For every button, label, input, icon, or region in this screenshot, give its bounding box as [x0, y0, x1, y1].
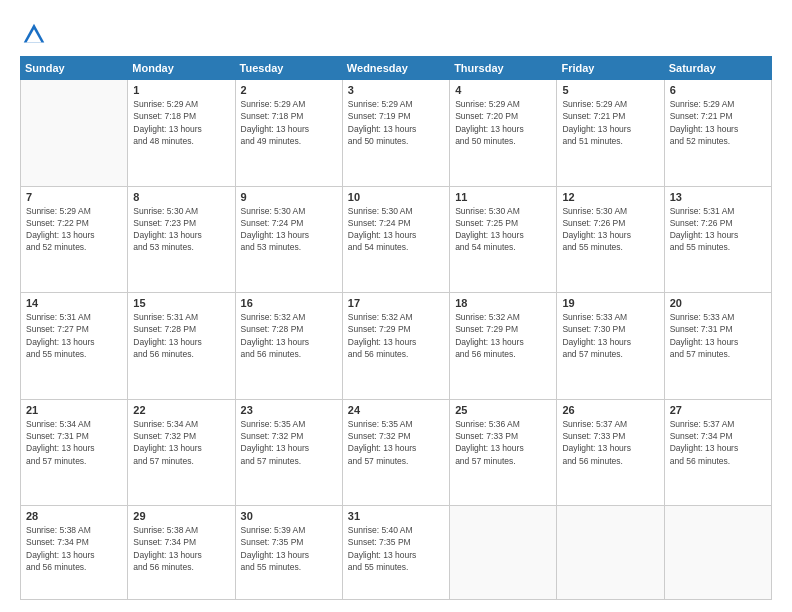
- calendar-cell: 31Sunrise: 5:40 AM Sunset: 7:35 PM Dayli…: [342, 506, 449, 600]
- day-number: 18: [455, 297, 551, 309]
- calendar-cell: 23Sunrise: 5:35 AM Sunset: 7:32 PM Dayli…: [235, 399, 342, 506]
- calendar-cell: 19Sunrise: 5:33 AM Sunset: 7:30 PM Dayli…: [557, 293, 664, 400]
- week-row-4: 21Sunrise: 5:34 AM Sunset: 7:31 PM Dayli…: [21, 399, 772, 506]
- calendar-cell: 4Sunrise: 5:29 AM Sunset: 7:20 PM Daylig…: [450, 80, 557, 187]
- day-info: Sunrise: 5:30 AM Sunset: 7:24 PM Dayligh…: [348, 205, 444, 254]
- calendar-table: SundayMondayTuesdayWednesdayThursdayFrid…: [20, 56, 772, 600]
- day-number: 17: [348, 297, 444, 309]
- day-info: Sunrise: 5:29 AM Sunset: 7:21 PM Dayligh…: [562, 98, 658, 147]
- day-number: 7: [26, 191, 122, 203]
- day-info: Sunrise: 5:30 AM Sunset: 7:26 PM Dayligh…: [562, 205, 658, 254]
- calendar-cell: 12Sunrise: 5:30 AM Sunset: 7:26 PM Dayli…: [557, 186, 664, 293]
- day-info: Sunrise: 5:36 AM Sunset: 7:33 PM Dayligh…: [455, 418, 551, 467]
- day-number: 26: [562, 404, 658, 416]
- calendar-cell: 7Sunrise: 5:29 AM Sunset: 7:22 PM Daylig…: [21, 186, 128, 293]
- weekday-header-wednesday: Wednesday: [342, 57, 449, 80]
- logo-icon: [20, 20, 48, 48]
- calendar-cell: 16Sunrise: 5:32 AM Sunset: 7:28 PM Dayli…: [235, 293, 342, 400]
- calendar-cell: 22Sunrise: 5:34 AM Sunset: 7:32 PM Dayli…: [128, 399, 235, 506]
- day-info: Sunrise: 5:40 AM Sunset: 7:35 PM Dayligh…: [348, 524, 444, 573]
- week-row-2: 7Sunrise: 5:29 AM Sunset: 7:22 PM Daylig…: [21, 186, 772, 293]
- calendar-cell: [664, 506, 771, 600]
- day-info: Sunrise: 5:32 AM Sunset: 7:29 PM Dayligh…: [348, 311, 444, 360]
- day-info: Sunrise: 5:33 AM Sunset: 7:31 PM Dayligh…: [670, 311, 766, 360]
- day-number: 15: [133, 297, 229, 309]
- day-number: 3: [348, 84, 444, 96]
- day-number: 20: [670, 297, 766, 309]
- calendar-cell: 14Sunrise: 5:31 AM Sunset: 7:27 PM Dayli…: [21, 293, 128, 400]
- calendar-cell: 3Sunrise: 5:29 AM Sunset: 7:19 PM Daylig…: [342, 80, 449, 187]
- calendar-cell: 20Sunrise: 5:33 AM Sunset: 7:31 PM Dayli…: [664, 293, 771, 400]
- calendar-cell: 10Sunrise: 5:30 AM Sunset: 7:24 PM Dayli…: [342, 186, 449, 293]
- day-number: 21: [26, 404, 122, 416]
- day-number: 11: [455, 191, 551, 203]
- calendar-cell: 26Sunrise: 5:37 AM Sunset: 7:33 PM Dayli…: [557, 399, 664, 506]
- day-info: Sunrise: 5:38 AM Sunset: 7:34 PM Dayligh…: [26, 524, 122, 573]
- day-info: Sunrise: 5:37 AM Sunset: 7:34 PM Dayligh…: [670, 418, 766, 467]
- calendar-cell: 6Sunrise: 5:29 AM Sunset: 7:21 PM Daylig…: [664, 80, 771, 187]
- day-info: Sunrise: 5:29 AM Sunset: 7:18 PM Dayligh…: [241, 98, 337, 147]
- calendar-cell: [21, 80, 128, 187]
- day-info: Sunrise: 5:39 AM Sunset: 7:35 PM Dayligh…: [241, 524, 337, 573]
- calendar-cell: 5Sunrise: 5:29 AM Sunset: 7:21 PM Daylig…: [557, 80, 664, 187]
- day-number: 23: [241, 404, 337, 416]
- day-number: 5: [562, 84, 658, 96]
- calendar-cell: 30Sunrise: 5:39 AM Sunset: 7:35 PM Dayli…: [235, 506, 342, 600]
- weekday-header-row: SundayMondayTuesdayWednesdayThursdayFrid…: [21, 57, 772, 80]
- weekday-header-tuesday: Tuesday: [235, 57, 342, 80]
- logo: [20, 20, 52, 48]
- day-info: Sunrise: 5:32 AM Sunset: 7:28 PM Dayligh…: [241, 311, 337, 360]
- calendar-cell: 11Sunrise: 5:30 AM Sunset: 7:25 PM Dayli…: [450, 186, 557, 293]
- day-info: Sunrise: 5:29 AM Sunset: 7:21 PM Dayligh…: [670, 98, 766, 147]
- day-info: Sunrise: 5:34 AM Sunset: 7:31 PM Dayligh…: [26, 418, 122, 467]
- weekday-header-monday: Monday: [128, 57, 235, 80]
- day-info: Sunrise: 5:31 AM Sunset: 7:28 PM Dayligh…: [133, 311, 229, 360]
- day-number: 8: [133, 191, 229, 203]
- day-number: 16: [241, 297, 337, 309]
- day-info: Sunrise: 5:30 AM Sunset: 7:25 PM Dayligh…: [455, 205, 551, 254]
- header: [20, 16, 772, 48]
- calendar-cell: 27Sunrise: 5:37 AM Sunset: 7:34 PM Dayli…: [664, 399, 771, 506]
- day-info: Sunrise: 5:30 AM Sunset: 7:24 PM Dayligh…: [241, 205, 337, 254]
- calendar-cell: 25Sunrise: 5:36 AM Sunset: 7:33 PM Dayli…: [450, 399, 557, 506]
- calendar-cell: 28Sunrise: 5:38 AM Sunset: 7:34 PM Dayli…: [21, 506, 128, 600]
- day-number: 24: [348, 404, 444, 416]
- week-row-3: 14Sunrise: 5:31 AM Sunset: 7:27 PM Dayli…: [21, 293, 772, 400]
- week-row-1: 1Sunrise: 5:29 AM Sunset: 7:18 PM Daylig…: [21, 80, 772, 187]
- calendar-cell: 17Sunrise: 5:32 AM Sunset: 7:29 PM Dayli…: [342, 293, 449, 400]
- calendar-cell: [557, 506, 664, 600]
- day-number: 28: [26, 510, 122, 522]
- day-info: Sunrise: 5:38 AM Sunset: 7:34 PM Dayligh…: [133, 524, 229, 573]
- day-number: 1: [133, 84, 229, 96]
- week-row-5: 28Sunrise: 5:38 AM Sunset: 7:34 PM Dayli…: [21, 506, 772, 600]
- day-info: Sunrise: 5:32 AM Sunset: 7:29 PM Dayligh…: [455, 311, 551, 360]
- day-number: 22: [133, 404, 229, 416]
- day-info: Sunrise: 5:34 AM Sunset: 7:32 PM Dayligh…: [133, 418, 229, 467]
- day-number: 31: [348, 510, 444, 522]
- day-number: 27: [670, 404, 766, 416]
- day-info: Sunrise: 5:35 AM Sunset: 7:32 PM Dayligh…: [348, 418, 444, 467]
- day-number: 12: [562, 191, 658, 203]
- day-number: 29: [133, 510, 229, 522]
- weekday-header-sunday: Sunday: [21, 57, 128, 80]
- day-info: Sunrise: 5:29 AM Sunset: 7:19 PM Dayligh…: [348, 98, 444, 147]
- day-number: 30: [241, 510, 337, 522]
- weekday-header-friday: Friday: [557, 57, 664, 80]
- calendar-cell: 21Sunrise: 5:34 AM Sunset: 7:31 PM Dayli…: [21, 399, 128, 506]
- calendar-cell: 29Sunrise: 5:38 AM Sunset: 7:34 PM Dayli…: [128, 506, 235, 600]
- day-number: 25: [455, 404, 551, 416]
- day-info: Sunrise: 5:37 AM Sunset: 7:33 PM Dayligh…: [562, 418, 658, 467]
- day-info: Sunrise: 5:29 AM Sunset: 7:20 PM Dayligh…: [455, 98, 551, 147]
- day-number: 6: [670, 84, 766, 96]
- calendar-cell: [450, 506, 557, 600]
- page: SundayMondayTuesdayWednesdayThursdayFrid…: [0, 0, 792, 612]
- calendar-cell: 2Sunrise: 5:29 AM Sunset: 7:18 PM Daylig…: [235, 80, 342, 187]
- day-info: Sunrise: 5:29 AM Sunset: 7:22 PM Dayligh…: [26, 205, 122, 254]
- weekday-header-saturday: Saturday: [664, 57, 771, 80]
- day-info: Sunrise: 5:29 AM Sunset: 7:18 PM Dayligh…: [133, 98, 229, 147]
- day-info: Sunrise: 5:31 AM Sunset: 7:27 PM Dayligh…: [26, 311, 122, 360]
- day-info: Sunrise: 5:35 AM Sunset: 7:32 PM Dayligh…: [241, 418, 337, 467]
- day-number: 14: [26, 297, 122, 309]
- day-number: 9: [241, 191, 337, 203]
- day-info: Sunrise: 5:33 AM Sunset: 7:30 PM Dayligh…: [562, 311, 658, 360]
